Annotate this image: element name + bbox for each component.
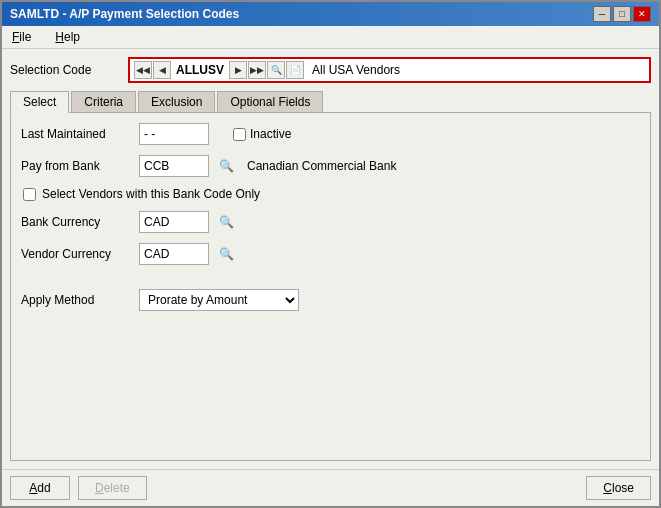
pay-from-bank-search-icon[interactable]: 🔍: [217, 157, 235, 175]
nav-next-button[interactable]: ▶: [229, 61, 247, 79]
last-maintained-input[interactable]: [139, 123, 209, 145]
window-title: SAMLTD - A/P Payment Selection Codes: [10, 7, 239, 21]
main-window: SAMLTD - A/P Payment Selection Codes ─ □…: [0, 0, 661, 508]
pay-from-bank-row: Pay from Bank 🔍 Canadian Commercial Bank: [21, 155, 640, 177]
delete-button[interactable]: Delete: [78, 476, 147, 500]
tabs: Select Criteria Exclusion Optional Field…: [10, 91, 651, 113]
nav-new-button[interactable]: 📄: [286, 61, 304, 79]
maximize-button[interactable]: □: [613, 6, 631, 22]
vendor-currency-search-icon[interactable]: 🔍: [217, 245, 235, 263]
last-maintained-label: Last Maintained: [21, 127, 131, 141]
selection-code-value: ALLUSV: [172, 63, 228, 77]
nav-last-button[interactable]: ▶▶: [248, 61, 266, 79]
tab-select[interactable]: Select: [10, 91, 69, 113]
inactive-checkbox[interactable]: [233, 128, 246, 141]
apply-method-row: Apply Method Prorate by Amount Oldest Fi…: [21, 289, 640, 311]
bottom-buttons: Add Delete Close: [2, 469, 659, 506]
tab-content: Last Maintained Inactive Pay from Bank 🔍…: [10, 113, 651, 461]
bank-currency-row: Bank Currency 🔍: [21, 211, 640, 233]
vendor-currency-input[interactable]: [139, 243, 209, 265]
tab-criteria[interactable]: Criteria: [71, 91, 136, 112]
window-controls: ─ □ ✕: [593, 6, 651, 22]
inactive-row: Inactive: [233, 127, 291, 141]
nav-first-button[interactable]: ◀◀: [134, 61, 152, 79]
minimize-button[interactable]: ─: [593, 6, 611, 22]
selection-code-row: Selection Code ◀◀ ◀ ALLUSV ▶ ▶▶ 🔍 📄 All …: [10, 57, 651, 83]
select-vendors-checkbox[interactable]: [23, 188, 36, 201]
tab-optional-fields[interactable]: Optional Fields: [217, 91, 323, 112]
nav-controls: ◀◀ ◀ ALLUSV ▶ ▶▶ 🔍 📄: [134, 61, 304, 79]
bank-currency-label: Bank Currency: [21, 215, 131, 229]
selection-code-label: Selection Code: [10, 63, 120, 77]
nav-prev-button[interactable]: ◀: [153, 61, 171, 79]
selection-code-box: ◀◀ ◀ ALLUSV ▶ ▶▶ 🔍 📄 All USA Vendors: [128, 57, 651, 83]
inactive-label: Inactive: [250, 127, 291, 141]
close-button[interactable]: Close: [586, 476, 651, 500]
tab-exclusion[interactable]: Exclusion: [138, 91, 215, 112]
pay-from-bank-input[interactable]: [139, 155, 209, 177]
menu-file[interactable]: File: [6, 28, 37, 46]
bank-currency-search-icon[interactable]: 🔍: [217, 213, 235, 231]
menu-help[interactable]: Help: [49, 28, 86, 46]
vendor-currency-row: Vendor Currency 🔍: [21, 243, 640, 265]
select-vendors-row: Select Vendors with this Bank Code Only: [23, 187, 640, 201]
content-area: Selection Code ◀◀ ◀ ALLUSV ▶ ▶▶ 🔍 📄 All …: [2, 49, 659, 469]
last-maintained-row: Last Maintained Inactive: [21, 123, 640, 145]
title-bar: SAMLTD - A/P Payment Selection Codes ─ □…: [2, 2, 659, 26]
menu-bar: File Help: [2, 26, 659, 49]
nav-search-button[interactable]: 🔍: [267, 61, 285, 79]
selection-code-description: All USA Vendors: [308, 63, 645, 77]
pay-from-bank-label: Pay from Bank: [21, 159, 131, 173]
vendor-currency-label: Vendor Currency: [21, 247, 131, 261]
bank-currency-input[interactable]: [139, 211, 209, 233]
pay-from-bank-description: Canadian Commercial Bank: [247, 159, 396, 173]
add-button[interactable]: Add: [10, 476, 70, 500]
apply-method-select[interactable]: Prorate by Amount Oldest First Specific …: [139, 289, 299, 311]
select-vendors-label: Select Vendors with this Bank Code Only: [42, 187, 260, 201]
close-window-button[interactable]: ✕: [633, 6, 651, 22]
apply-method-label: Apply Method: [21, 293, 131, 307]
